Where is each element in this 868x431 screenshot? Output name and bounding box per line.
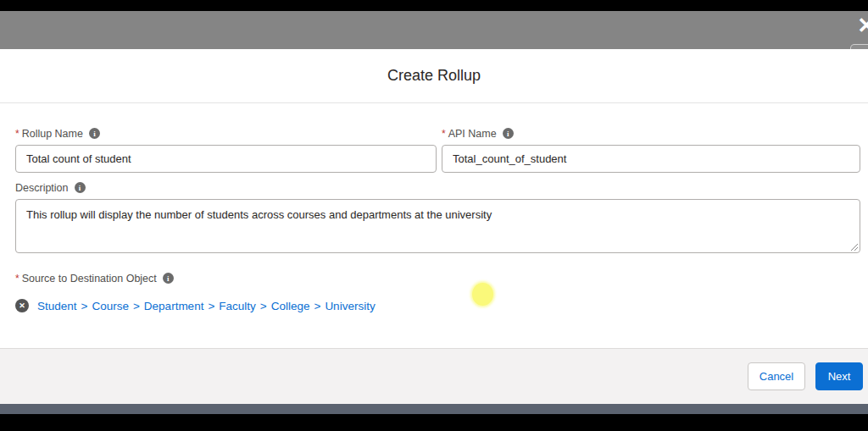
create-rollup-modal: Create Rollup * Rollup Name i * API Name… [0,49,868,404]
api-name-field-group: * API Name i [442,127,860,173]
rollup-name-field-group: * Rollup Name i [15,127,437,173]
breadcrumb-link-course[interactable]: Course [92,300,129,312]
bottom-taskbar-strip [0,404,868,414]
info-icon[interactable]: i [163,273,174,284]
breadcrumb-link-college[interactable]: College [271,300,310,312]
description-label: Description i [15,181,860,194]
modal-footer: Cancel Next [0,348,868,404]
window-header-bar: ✕ [0,11,868,49]
rollup-name-label: * Rollup Name i [15,127,437,140]
page-title: Create Rollup [387,67,481,85]
rollup-name-input[interactable] [15,145,437,173]
breadcrumb-link-student[interactable]: Student [37,300,77,312]
textarea-resize-handle[interactable] [850,243,858,251]
top-letterbox-bar [0,0,868,11]
required-marker: * [15,273,19,285]
remove-path-icon[interactable]: ✕ [15,299,29,312]
info-icon[interactable]: i [503,128,514,139]
api-name-label: * API Name i [442,127,860,140]
info-icon[interactable]: i [75,182,86,193]
required-marker: * [442,128,446,140]
breadcrumb-separator: > [81,300,88,312]
api-name-label-text: API Name [448,128,497,140]
breadcrumb-separator: > [260,300,267,312]
breadcrumb-link-university[interactable]: University [325,300,375,312]
breadcrumb-separator: > [208,300,214,312]
next-button[interactable]: Next [815,362,863,390]
source-path-row: ✕ Student>Course>Department>Faculty>Coll… [15,298,860,313]
breadcrumb-link-faculty[interactable]: Faculty [219,300,256,312]
breadcrumb-separator: > [133,300,140,312]
cancel-button[interactable]: Cancel [748,362,805,390]
name-fields-row: * Rollup Name i * API Name i [15,127,860,173]
modal-body: * Rollup Name i * API Name i Description… [0,127,868,313]
breadcrumb-separator: > [314,300,320,312]
modal-header: Create Rollup [0,49,868,103]
description-textarea[interactable]: This rollup will display the number of s… [15,199,860,253]
description-field-group: Description i This rollup will display t… [15,181,860,253]
bottom-letterbox-bar [0,414,868,431]
breadcrumb: Student>Course>Department>Faculty>Colleg… [37,300,376,312]
description-textarea-wrap: This rollup will display the number of s… [15,199,860,253]
breadcrumb-link-department[interactable]: Department [144,300,204,312]
close-icon[interactable]: ✕ [857,14,868,36]
required-marker: * [15,128,19,140]
rollup-name-label-text: Rollup Name [22,128,83,140]
description-label-text: Description [15,182,69,194]
info-icon[interactable]: i [89,128,100,139]
api-name-input[interactable] [442,145,860,173]
source-to-destination-label-text: Source to Destination Object [22,273,157,285]
source-to-destination-label: * Source to Destination Object i [15,272,860,285]
